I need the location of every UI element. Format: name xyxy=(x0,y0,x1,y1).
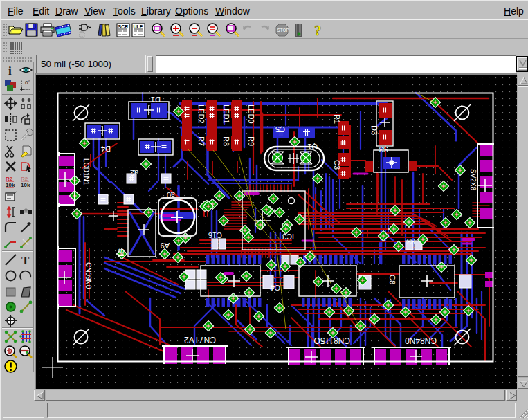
svg-text:STOP: STOP xyxy=(277,28,290,33)
svg-text:D1: D1 xyxy=(151,95,161,104)
svg-text:Q1: Q1 xyxy=(307,143,318,151)
svg-text:C4: C4 xyxy=(271,284,280,292)
svg-text:R9: R9 xyxy=(247,136,255,146)
svg-text:CN8115O: CN8115O xyxy=(314,336,350,345)
svg-text:LED0: LED0 xyxy=(247,104,255,124)
svg-text:S1: S1 xyxy=(117,248,125,257)
svg-text:83: 83 xyxy=(407,237,415,246)
svg-text:R7: R7 xyxy=(197,136,206,146)
svg-text:T: T xyxy=(21,254,30,267)
svg-text:C5: C5 xyxy=(275,125,285,134)
svg-text:10k: 10k xyxy=(21,182,30,188)
svg-text:LED2: LED2 xyxy=(197,104,206,124)
svg-text:CN09N0: CN09N0 xyxy=(84,262,92,289)
svg-text:a2: a2 xyxy=(130,169,138,177)
svg-text:CN7TV2: CN7TV2 xyxy=(184,335,216,345)
svg-text:a0: a0 xyxy=(167,191,175,199)
svg-text:LCD1N1: LCD1N1 xyxy=(82,158,90,185)
svg-text:A9: A9 xyxy=(161,241,170,250)
svg-text:R8: R8 xyxy=(222,136,230,146)
svg-text:IC3: IC3 xyxy=(282,232,294,241)
svg-text:D3: D3 xyxy=(370,125,379,135)
svg-text:R1: R1 xyxy=(333,114,341,124)
svg-text:D4: D4 xyxy=(101,145,111,153)
svg-text:SCR: SCR xyxy=(118,24,129,29)
svg-text:?: ? xyxy=(314,22,322,38)
svg-text:0°: 0° xyxy=(25,80,30,86)
svg-text:C16: C16 xyxy=(208,231,222,239)
svg-text:CN84N0: CN84N0 xyxy=(405,336,437,345)
svg-text:C3: C3 xyxy=(333,160,341,170)
svg-text:i: i xyxy=(8,64,12,77)
svg-text:LED1: LED1 xyxy=(222,104,230,124)
svg-text:ULP: ULP xyxy=(134,24,143,29)
svg-text:SV2X8: SV2X8 xyxy=(469,169,477,191)
svg-text:C8: C8 xyxy=(388,275,397,284)
svg-text:S3: S3 xyxy=(379,145,388,154)
